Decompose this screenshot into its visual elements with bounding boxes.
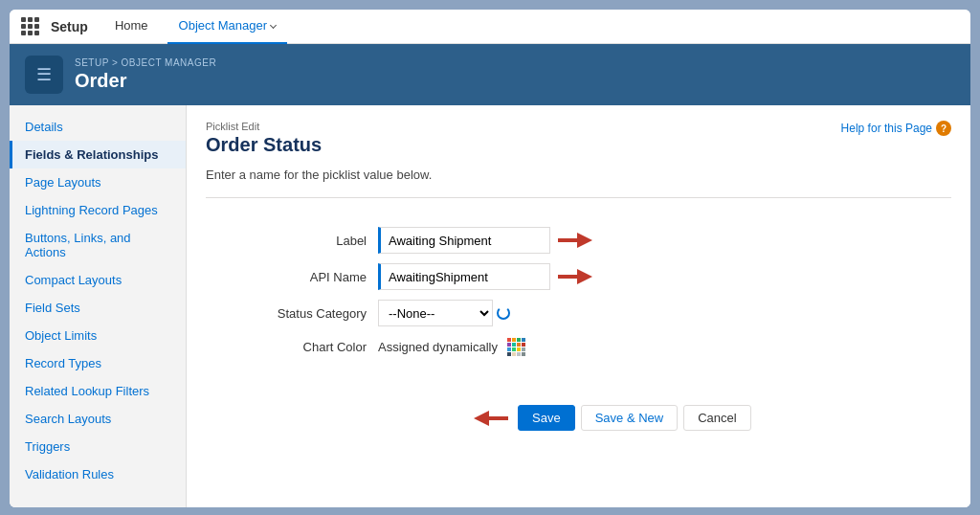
- help-icon: ?: [936, 121, 951, 136]
- sidebar-item-buttons-links-actions[interactable]: Buttons, Links, and Actions: [10, 224, 186, 266]
- svg-rect-12: [517, 347, 521, 351]
- label-field-label: Label: [244, 234, 378, 248]
- form-buttons: Save Save & New Cancel: [206, 395, 951, 440]
- help-link-label: Help for this Page: [841, 122, 932, 135]
- content-title: Order Status: [206, 134, 322, 156]
- svg-rect-11: [512, 347, 516, 351]
- svg-rect-6: [507, 343, 511, 347]
- main-content: Details Fields & Relationships Page Layo…: [10, 105, 970, 507]
- svg-rect-15: [512, 352, 516, 356]
- top-navigation: Setup Home Object Manager: [10, 10, 970, 44]
- stack-icon: ☰: [36, 64, 52, 85]
- label-input[interactable]: [378, 227, 550, 254]
- app-launcher-icon[interactable]: [21, 17, 39, 35]
- svg-marker-18: [474, 411, 508, 426]
- tab-object-manager[interactable]: Object Manager: [167, 10, 288, 44]
- page-title: Order: [75, 70, 216, 92]
- cancel-button[interactable]: Cancel: [683, 405, 750, 431]
- sidebar-item-fields-relationships[interactable]: Fields & Relationships: [10, 141, 186, 168]
- help-link[interactable]: Help for this Page ?: [841, 121, 951, 136]
- svg-rect-8: [517, 343, 521, 347]
- app-name-label: Setup: [51, 19, 88, 34]
- status-category-select[interactable]: --None--: [378, 300, 493, 326]
- sidebar-item-search-layouts[interactable]: Search Layouts: [10, 405, 186, 433]
- save-button[interactable]: Save: [518, 405, 575, 431]
- divider: [206, 197, 951, 198]
- svg-rect-17: [522, 352, 525, 356]
- content-description: Enter a name for the picklist value belo…: [206, 168, 951, 182]
- svg-rect-7: [512, 343, 516, 347]
- api-name-input[interactable]: [378, 263, 550, 290]
- picklist-form: Label API Name: [206, 217, 951, 376]
- status-category-field-label: Status Category: [244, 306, 378, 321]
- svg-rect-2: [507, 338, 511, 342]
- svg-rect-16: [517, 352, 521, 356]
- sidebar-item-record-types[interactable]: Record Types: [10, 349, 186, 377]
- svg-rect-3: [512, 338, 516, 342]
- svg-rect-10: [507, 347, 511, 351]
- svg-rect-5: [522, 338, 525, 342]
- save-new-button[interactable]: Save & New: [581, 405, 679, 431]
- color-picker-icon[interactable]: [505, 336, 526, 357]
- sidebar: Details Fields & Relationships Page Layo…: [10, 105, 187, 507]
- svg-rect-14: [507, 352, 511, 356]
- chart-color-field-label: Chart Color: [244, 340, 378, 354]
- object-icon: ☰: [25, 56, 63, 94]
- tab-home[interactable]: Home: [103, 10, 160, 44]
- page-header: ☰ SETUP > OBJECT MANAGER Order: [10, 44, 970, 105]
- sidebar-item-field-sets[interactable]: Field Sets: [10, 294, 186, 322]
- sidebar-item-triggers[interactable]: Triggers: [10, 433, 186, 460]
- sidebar-item-compact-layouts[interactable]: Compact Layouts: [10, 266, 186, 294]
- api-name-form-row: API Name: [244, 263, 913, 290]
- content-breadcrumb: Picklist Edit: [206, 121, 322, 132]
- save-arrow-indicator: [474, 411, 508, 426]
- svg-marker-0: [558, 233, 592, 248]
- label-arrow-indicator: [558, 233, 592, 248]
- svg-rect-4: [517, 338, 521, 342]
- chart-color-value: Assigned dynamically: [378, 340, 498, 354]
- sidebar-item-page-layouts[interactable]: Page Layouts: [10, 168, 186, 196]
- svg-rect-9: [522, 343, 525, 347]
- svg-rect-13: [522, 347, 525, 351]
- api-name-field-label: API Name: [244, 270, 378, 284]
- sidebar-item-details[interactable]: Details: [10, 113, 186, 141]
- sidebar-item-validation-rules[interactable]: Validation Rules: [10, 460, 186, 488]
- refresh-icon[interactable]: [497, 306, 510, 320]
- sidebar-item-related-lookup-filters[interactable]: Related Lookup Filters: [10, 377, 186, 405]
- api-name-arrow-indicator: [558, 269, 592, 284]
- content-area: Picklist Edit Order Status Help for this…: [187, 105, 970, 507]
- status-category-form-row: Status Category --None--: [244, 300, 913, 326]
- svg-marker-1: [558, 269, 592, 284]
- breadcrumb: SETUP > OBJECT MANAGER: [75, 57, 216, 68]
- sidebar-item-object-limits[interactable]: Object Limits: [10, 322, 186, 349]
- app-frame: Setup Home Object Manager ☰ SETUP > OBJE…: [10, 10, 970, 507]
- chart-color-form-row: Chart Color Assigned dynamically: [244, 336, 913, 357]
- chevron-down-icon: [270, 22, 277, 29]
- sidebar-item-lightning-record-pages[interactable]: Lightning Record Pages: [10, 196, 186, 224]
- label-form-row: Label: [244, 227, 913, 254]
